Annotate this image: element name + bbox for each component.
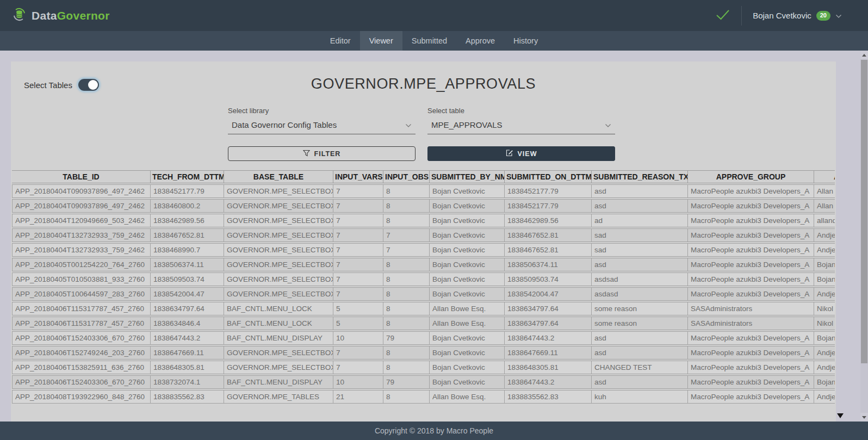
cell-table-id: APP_20180405T001254220_764_2760 xyxy=(12,258,151,271)
column-header[interactable]: SUBMITTED_REASON_TXT xyxy=(592,170,688,183)
column-header[interactable]: APPROVE_GROUP xyxy=(688,170,814,183)
tab-history[interactable]: History xyxy=(504,31,547,51)
page-footer: Copyright © 2018 by Macro People xyxy=(0,422,868,440)
user-badge: 20 xyxy=(816,11,830,21)
cell-submitted-on-dttm: 1838648305.81 xyxy=(505,361,592,374)
cell-input-obs: 8 xyxy=(383,272,430,286)
table-row: APP_20180404T090937896_497_2462 18384608… xyxy=(12,199,835,213)
cell-input-obs: 8 xyxy=(383,184,430,198)
cell-submitted-on-dttm: 1838452177.79 xyxy=(505,199,592,213)
cell-input-vars: 7 xyxy=(333,214,383,227)
cell-submitted-reason-txt: sad xyxy=(592,243,688,257)
library-select-value: Data Governor Config Tables xyxy=(232,120,337,129)
view-button-label: VIEW xyxy=(518,150,537,158)
cell-submitted-by-nm: Bojan Cvetkovic xyxy=(430,331,505,345)
cell-submitted-by-nm: Allan Bowe Esq. xyxy=(430,390,505,404)
cell-table-id: APP_20180406T152403306_670_2760 xyxy=(12,375,151,389)
cell-tech-from-dttm: 1838634797.64 xyxy=(151,302,224,315)
table-select-label: Select table xyxy=(427,107,615,115)
scrollbar-up-button[interactable] xyxy=(860,51,868,59)
filter-button[interactable]: FILTER xyxy=(228,146,416,161)
cell-submitted-reason-txt: some reason xyxy=(592,302,688,315)
cell-input-vars: 10 xyxy=(333,375,383,389)
column-header[interactable]: SUBMITTED_ON_DTTM xyxy=(505,170,592,183)
scrollbar-down-button[interactable] xyxy=(860,413,868,422)
library-select[interactable]: Data Governor Config Tables xyxy=(228,120,416,134)
cell-tech-from-dttm: 1838467652.81 xyxy=(151,228,224,242)
cell-approve-group: MacroPeople azukbi3 Developers_A xyxy=(688,199,814,213)
column-header[interactable]: TABLE_ID xyxy=(12,170,151,183)
cell-submitted-reason-txt: asd xyxy=(592,331,688,345)
cell-input-vars: 7 xyxy=(333,228,383,242)
column-header[interactable]: A xyxy=(814,170,835,183)
cell-submitted-by-nm: Bojan Cvetkovic xyxy=(430,361,505,374)
table-scroll-down-icon[interactable] xyxy=(837,413,844,418)
cell-table-id: APP_20180406T115317787_457_2760 xyxy=(12,302,151,315)
cell-base-table: GOVERNOR.MPE_SELECTBOX xyxy=(224,346,333,360)
cell-submitted-on-dttm: 1838509503.74 xyxy=(505,272,592,286)
cell-submitted-reason-txt: kuh xyxy=(592,390,688,404)
column-header[interactable]: INPUT_OBS xyxy=(383,170,430,183)
table-row: APP_20180405T010503881_933_2760 18385095… xyxy=(12,272,835,286)
cell-input-vars: 7 xyxy=(333,243,383,257)
cell-submitted-on-dttm: 1838634797.64 xyxy=(505,302,592,315)
column-header[interactable]: TECH_FROM_DTTM xyxy=(151,170,224,183)
table-select[interactable]: MPE_APPROVALS xyxy=(427,120,615,134)
cell-input-vars: 21 xyxy=(333,390,383,404)
copyright-text: Copyright © 2018 by Macro People xyxy=(375,426,493,435)
cell-table-id: APP_20180406T152403306_670_2760 xyxy=(12,331,151,345)
cell-input-obs: 8 xyxy=(383,287,430,301)
tab-approve[interactable]: Approve xyxy=(456,31,504,51)
navbar-divider xyxy=(741,6,742,26)
cell-submitted-reason-txt: asd xyxy=(592,258,688,271)
cell-input-vars: 7 xyxy=(333,184,383,198)
cell-submitted-by-nm: Bojan Cvetkovic xyxy=(430,346,505,360)
cell-tech-from-dttm: 1838732074.1 xyxy=(151,375,224,389)
cell-submitted-on-dttm: 1838462989.56 xyxy=(505,214,592,227)
cell-tech-from-dttm: 1838542004.47 xyxy=(151,287,224,301)
view-button[interactable]: VIEW xyxy=(427,146,615,161)
chevron-down-icon xyxy=(605,120,611,129)
cell-input-vars: 5 xyxy=(333,302,383,315)
cell-base-table: GOVERNOR.MPE_SELECTBOX xyxy=(224,258,333,271)
cell-submitted-by-nm: Bojan Cvetkovic xyxy=(430,199,505,213)
tab-editor[interactable]: Editor xyxy=(321,31,360,51)
cell-submitted-on-dttm: 1838634797.64 xyxy=(505,317,592,330)
filter-button-label: FILTER xyxy=(314,150,341,158)
cell-base-table: GOVERNOR.MPE_SELECTBOX xyxy=(224,243,333,257)
cell-approver: Allan xyxy=(814,184,835,198)
user-menu[interactable]: Bojan Cvetkovic 20 xyxy=(753,11,842,21)
tab-viewer[interactable]: Viewer xyxy=(360,31,402,51)
column-header[interactable]: INPUT_VARS xyxy=(333,170,383,183)
cell-input-vars: 7 xyxy=(333,272,383,286)
tab-submitted[interactable]: Submitted xyxy=(402,31,456,51)
cell-table-id: APP_20180404T132732933_759_2462 xyxy=(12,243,151,257)
page-content: Select Tables GOVERNOR.MPE_APPROVALS Sel… xyxy=(0,51,868,422)
table-row: APP_20180408T193922960_848_2760 18388355… xyxy=(12,390,835,404)
column-header[interactable]: SUBMITTED_BY_NM xyxy=(430,170,505,183)
app-logo[interactable]: DataGovernor xyxy=(12,7,110,24)
page-scrollbar[interactable] xyxy=(860,51,868,422)
table-row: APP_20180406T152403306_670_2760 18386474… xyxy=(12,331,835,345)
funnel-icon xyxy=(303,150,310,158)
top-navbar: DataGovernor Bojan Cvetkovic 20 xyxy=(0,0,868,31)
cell-approve-group: MacroPeople azukbi3 Developers_A xyxy=(688,258,814,271)
cell-input-obs: 8 xyxy=(383,199,430,213)
page-title: GOVERNOR.MPE_APPROVALS xyxy=(11,76,836,92)
cell-submitted-reason-txt: asd xyxy=(592,346,688,360)
table-row: APP_20180404T090937896_497_2462 18384521… xyxy=(12,184,835,198)
table-body: APP_20180404T090937896_497_2462 18384521… xyxy=(12,184,835,404)
cell-base-table: GOVERNOR.MPE_SELECTBOX xyxy=(224,184,333,198)
cell-approver: Nikol xyxy=(814,302,835,315)
cell-submitted-reason-txt: ad xyxy=(592,214,688,227)
table-row: APP_20180405T100644597_283_2760 18385420… xyxy=(12,287,835,301)
cell-base-table: BAF_CNTL.MENU_DISPLAY xyxy=(224,331,333,345)
scrollbar-thumb[interactable] xyxy=(861,60,867,363)
column-header[interactable]: BASE_TABLE xyxy=(224,170,333,183)
cell-submitted-by-nm: Bojan Cvetkovic xyxy=(430,184,505,198)
cell-submitted-by-nm: Bojan Cvetkovic xyxy=(430,375,505,389)
table-row: APP_20180404T132732933_759_2462 18384676… xyxy=(12,228,835,242)
cell-base-table: GOVERNOR.MPE_SELECTBOX xyxy=(224,214,333,227)
results-table: TABLE_IDTECH_FROM_DTTMBASE_TABLEINPUT_VA… xyxy=(12,169,835,405)
cell-input-obs: 8 xyxy=(383,346,430,360)
